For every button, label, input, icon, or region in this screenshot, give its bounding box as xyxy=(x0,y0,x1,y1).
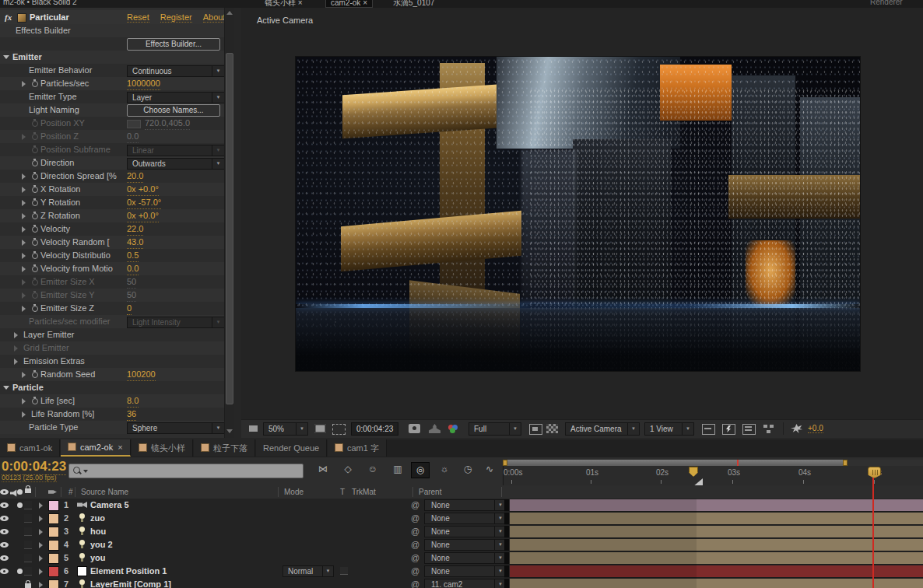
ec-value-particles-sec[interactable]: 1000000 xyxy=(127,78,160,90)
lock-column-icon[interactable] xyxy=(25,488,31,493)
stopwatch-icon[interactable] xyxy=(31,225,38,233)
label-color-swatch[interactable] xyxy=(48,500,59,511)
stopwatch-icon[interactable] xyxy=(31,264,38,273)
parent-dropdown[interactable]: None▼ xyxy=(424,552,507,564)
work-area-end-handle[interactable] xyxy=(843,460,848,466)
twirl-icon[interactable] xyxy=(22,279,26,285)
solo-column-icon[interactable] xyxy=(17,489,23,495)
expand-layer-icon[interactable] xyxy=(39,502,43,509)
pickwhip-icon[interactable]: @ xyxy=(411,500,419,509)
fast-previews-icon[interactable] xyxy=(722,424,735,435)
ec-value-velocity-random[interactable]: 43.0 xyxy=(127,236,143,249)
pickwhip-icon[interactable]: @ xyxy=(411,579,419,588)
stopwatch-icon[interactable] xyxy=(31,304,38,313)
layer-row-1[interactable]: 1Camera 5@None▼ xyxy=(0,499,504,513)
effect-controls-tab-title[interactable]: m2-ok • Black Solid 2 xyxy=(3,0,77,6)
lock-icon[interactable] xyxy=(25,583,31,588)
label-color-swatch[interactable] xyxy=(48,513,59,524)
ec-dropdown-particle-type[interactable]: Sphere▼ xyxy=(127,422,225,434)
source-name-column-header[interactable]: Source Name xyxy=(81,485,128,499)
flowchart-icon[interactable] xyxy=(763,424,774,433)
timeline-tab-cam1-ok[interactable]: cam1-ok xyxy=(0,439,60,457)
work-area-start-handle[interactable] xyxy=(503,460,507,466)
stopwatch-icon[interactable] xyxy=(31,145,38,154)
lock-toggle[interactable] xyxy=(24,527,32,536)
group-collapse-icon[interactable] xyxy=(3,386,9,390)
ec-button-effects-builder[interactable]: Effects Builder... xyxy=(127,38,220,51)
stopwatch-icon[interactable] xyxy=(31,397,38,405)
twirl-icon[interactable] xyxy=(14,359,18,365)
scrollbar-thumb[interactable] xyxy=(226,53,233,404)
layer-name[interactable]: hou xyxy=(90,527,106,536)
expand-layer-icon[interactable] xyxy=(39,582,43,588)
ec-value-life-random[interactable]: 36 xyxy=(127,408,136,421)
layer-row-5[interactable]: 5you@None▼ xyxy=(0,551,504,565)
ec-value-random-seed[interactable]: 100200 xyxy=(127,369,156,381)
draft-3d-icon[interactable]: ◇ xyxy=(339,462,356,477)
twirl-icon[interactable] xyxy=(22,134,26,140)
stopwatch-icon[interactable] xyxy=(31,159,38,167)
layer-name[interactable]: Camera 5 xyxy=(90,500,129,509)
snapshot-icon[interactable] xyxy=(409,424,420,433)
label-color-swatch[interactable] xyxy=(48,579,59,588)
viewer-timecode[interactable]: 0:00:04:23 xyxy=(351,422,398,436)
ec-dropdown-emitter-behavior[interactable]: Continuous▼ xyxy=(127,65,225,77)
search-field[interactable] xyxy=(68,464,304,478)
pickwhip-icon[interactable]: @ xyxy=(411,513,419,523)
twirl-icon[interactable] xyxy=(22,226,26,233)
twirl-icon[interactable] xyxy=(22,306,26,312)
view-camera-dropdown[interactable]: Active Camera▼ xyxy=(565,422,640,436)
ec-value-emitter-size-x[interactable]: 50 xyxy=(127,276,136,289)
ec-value-life-sec[interactable]: 8.0 xyxy=(127,395,139,408)
scroll-down-icon[interactable] xyxy=(226,429,233,433)
twirl-icon[interactable] xyxy=(22,213,26,219)
label-color-swatch[interactable] xyxy=(48,540,59,551)
twirl-icon[interactable] xyxy=(14,332,18,338)
ec-dropdown-emitter-type[interactable]: Layer▼ xyxy=(127,92,225,103)
brainstorm-icon[interactable]: ☼ xyxy=(436,462,453,477)
stopwatch-icon[interactable] xyxy=(31,79,38,88)
expand-layer-icon[interactable] xyxy=(39,529,43,535)
stopwatch-icon[interactable] xyxy=(31,291,38,299)
time-ruler[interactable]: 0:00s01s02s03s04s05s xyxy=(503,466,923,485)
video-column-icon[interactable] xyxy=(0,489,9,495)
ec-dropdown-position-subframe[interactable]: Linear▼ xyxy=(127,145,225,156)
exposure-value[interactable]: +0.0 xyxy=(808,424,823,433)
parent-dropdown[interactable]: None▼ xyxy=(424,513,507,524)
ec-value-velocity[interactable]: 22.0 xyxy=(127,223,143,236)
viewer-tab-2-active[interactable]: cam2-ok × xyxy=(325,0,373,8)
video-eye-icon[interactable] xyxy=(0,569,9,574)
lock-toggle[interactable] xyxy=(24,567,32,576)
ec-value-emitter-size-z[interactable]: 0 xyxy=(127,303,132,315)
composition-view-image[interactable] xyxy=(296,57,860,371)
parent-dropdown[interactable]: None▼ xyxy=(424,526,507,537)
effect-link-register[interactable]: Register xyxy=(160,12,192,23)
expand-layer-icon[interactable] xyxy=(39,555,43,562)
twirl-icon[interactable] xyxy=(22,81,26,87)
layer-name[interactable]: Element Position 1 xyxy=(90,566,167,576)
trkmat-column-header[interactable]: TrkMat xyxy=(352,485,376,499)
solo-icon[interactable] xyxy=(17,502,23,508)
ec-dropdown-particles-sec-modifier[interactable]: Light Intensity▼ xyxy=(127,317,225,328)
grid-options-icon[interactable] xyxy=(247,424,259,433)
lock-toggle[interactable] xyxy=(24,501,32,509)
stopwatch-icon[interactable] xyxy=(31,212,38,220)
motion-blur-icon[interactable]: ◎ xyxy=(411,462,430,478)
resolution-dropdown[interactable]: Full▼ xyxy=(469,422,521,436)
layer-name[interactable]: you 2 xyxy=(90,540,113,549)
number-column-header[interactable]: # xyxy=(68,485,73,499)
search-options-icon[interactable] xyxy=(83,470,88,473)
twirl-icon[interactable] xyxy=(22,372,26,378)
timeline-tab-cam1-字[interactable]: cam1 字 xyxy=(328,439,387,457)
timeline-tab-cam2-ok[interactable]: cam2-ok× xyxy=(61,439,131,457)
timeline-tab-粒子下落[interactable]: 粒子下落 xyxy=(194,439,255,457)
ec-value-y-rotation[interactable]: 0x -57.0° xyxy=(127,197,161,209)
transparency-grid-icon[interactable] xyxy=(546,424,558,433)
stopwatch-icon[interactable] xyxy=(31,198,38,207)
stopwatch-icon[interactable] xyxy=(31,238,38,247)
ec-value-direction-spread[interactable]: 20.0 xyxy=(127,170,143,183)
stopwatch-icon[interactable] xyxy=(31,370,38,379)
region-of-interest-icon[interactable] xyxy=(332,424,346,435)
parent-dropdown[interactable]: None▼ xyxy=(424,539,507,551)
expand-layer-icon[interactable] xyxy=(39,542,43,548)
